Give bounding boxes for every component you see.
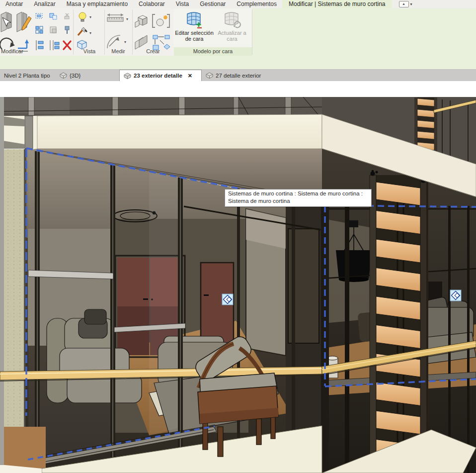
curtain-panel-icon[interactable] bbox=[450, 290, 461, 301]
tab-masa[interactable]: Masa y emplazamiento bbox=[61, 0, 133, 8]
view-tab-label: {3D} bbox=[70, 73, 80, 79]
tab-complementos[interactable]: Complementos bbox=[231, 0, 282, 8]
view-tab-label: Nivel 2 Planta tipo bbox=[4, 73, 50, 79]
ribbon-collapse-control[interactable]: ▲ ▾ bbox=[399, 1, 412, 7]
filter-icon bbox=[50, 27, 56, 33]
medir-tools[interactable]: ▾ ▾ bbox=[106, 12, 131, 52]
view-tab-label: 27 detalle exterior bbox=[216, 73, 261, 79]
panel-label-vista: Vista bbox=[75, 48, 104, 54]
house-3d-icon bbox=[206, 72, 213, 79]
tab-anotar[interactable]: Anotar bbox=[0, 0, 28, 8]
matchtype-icon bbox=[36, 26, 43, 33]
view-tab-23-exterior-detalle[interactable]: 23 exterior detalle ✕ bbox=[119, 70, 202, 81]
walls-icon bbox=[135, 35, 147, 49]
align-icon bbox=[36, 40, 43, 50]
modify-tools-grid[interactable] bbox=[35, 11, 74, 52]
view-tab-27-detalle-exterior[interactable]: 27 detalle exterior bbox=[202, 70, 265, 81]
actualizar-label: Actualizar a cara bbox=[218, 30, 246, 42]
panel-label-medir: Medir bbox=[104, 48, 132, 54]
beige-column bbox=[4, 149, 25, 428]
house-3d-icon bbox=[60, 72, 67, 79]
ribbon-tab-bar: Anotar Analizar Masa y emplazamiento Col… bbox=[0, 0, 476, 8]
actualizar-a-cara-button: Actualizar a cara bbox=[214, 9, 250, 46]
chevron-down-icon: ▾ bbox=[410, 2, 412, 6]
curtain-panel-icon[interactable] bbox=[222, 294, 233, 305]
crear-tools[interactable] bbox=[134, 11, 173, 53]
tab-gestionar[interactable]: Gestionar bbox=[194, 0, 231, 8]
ribbon-collapse-icon: ▲ bbox=[399, 1, 409, 7]
ruler-icon bbox=[107, 13, 123, 21]
angle-icon bbox=[107, 35, 120, 48]
ribbon-empty-area bbox=[252, 8, 476, 56]
chevron-down-icon: ▾ bbox=[124, 40, 126, 44]
selection-tooltip: Sistemas de muro cortina : Sistema de mu… bbox=[225, 189, 372, 207]
lightbulb-icon bbox=[79, 12, 86, 21]
chevron-down-icon: ▾ bbox=[89, 15, 91, 19]
group-sun-icon bbox=[153, 14, 169, 27]
frosted-partition bbox=[246, 209, 286, 356]
tooltip-line2: Sistema de muro cortina bbox=[228, 197, 368, 205]
wall-pencil-icon[interactable] bbox=[17, 12, 31, 32]
cubes-icon bbox=[135, 15, 147, 27]
paintbrush-icon bbox=[78, 27, 87, 35]
view-tab-bar: Nivel 2 Planta tipo {3D} 23 exterior det… bbox=[0, 70, 476, 81]
panel-label-modelo-por-cara: Modelo por cara bbox=[174, 47, 252, 56]
panel-modelo-por-cara: Editar selección de cara Actualizar a ca… bbox=[174, 8, 252, 56]
wood-louver-screen bbox=[370, 170, 428, 473]
tab-modificar-contextual[interactable]: Modificar | Sistemas de muro cortina bbox=[282, 0, 392, 8]
house-3d-icon bbox=[124, 73, 131, 79]
left-wall-edge bbox=[0, 97, 4, 465]
schema-icon bbox=[153, 35, 170, 50]
split-icon bbox=[50, 40, 59, 50]
chevron-down-icon: ▾ bbox=[89, 31, 91, 35]
tooltip-line1: Sistemas de muro cortina : Sistema de mu… bbox=[228, 190, 368, 197]
vista-tools[interactable]: ▾ ▾ bbox=[77, 11, 102, 52]
close-icon[interactable]: ✕ bbox=[188, 73, 192, 79]
tab-colaborar[interactable]: Colaborar bbox=[133, 0, 170, 8]
3d-rendered-scene bbox=[0, 97, 476, 473]
view-tab-nivel2[interactable]: Nivel 2 Planta tipo bbox=[0, 70, 54, 81]
curtain-grid-update-icon bbox=[223, 10, 241, 28]
chevron-down-icon: ▾ bbox=[126, 17, 128, 21]
delete-icon bbox=[64, 41, 71, 49]
unpin-icon bbox=[65, 13, 69, 19]
curtain-grid-edit-icon bbox=[185, 10, 203, 28]
view-tab-3d[interactable]: {3D} bbox=[56, 70, 84, 81]
tab-analizar[interactable]: Analizar bbox=[28, 0, 61, 8]
tab-vista[interactable]: Vista bbox=[170, 0, 194, 8]
editar-seleccion-label: Editar selección de cara bbox=[175, 30, 214, 42]
wall-cursor-icon[interactable] bbox=[0, 10, 32, 33]
panel-label-modificar: Modificar bbox=[1, 48, 36, 54]
view-tab-label: 23 exterior detalle bbox=[134, 73, 182, 79]
move-icon bbox=[36, 13, 42, 18]
options-bar bbox=[0, 56, 476, 70]
3d-viewport[interactable] bbox=[0, 81, 476, 473]
pin-icon bbox=[65, 26, 69, 34]
ribbon: Modificar ▾ ▾ Vista ▾ ▾ Medir Crear bbox=[0, 8, 476, 56]
panel-label-crear: Crear bbox=[132, 48, 174, 54]
copy-icon bbox=[50, 13, 57, 19]
editar-seleccion-de-cara-button[interactable]: Editar selección de cara bbox=[175, 9, 214, 46]
